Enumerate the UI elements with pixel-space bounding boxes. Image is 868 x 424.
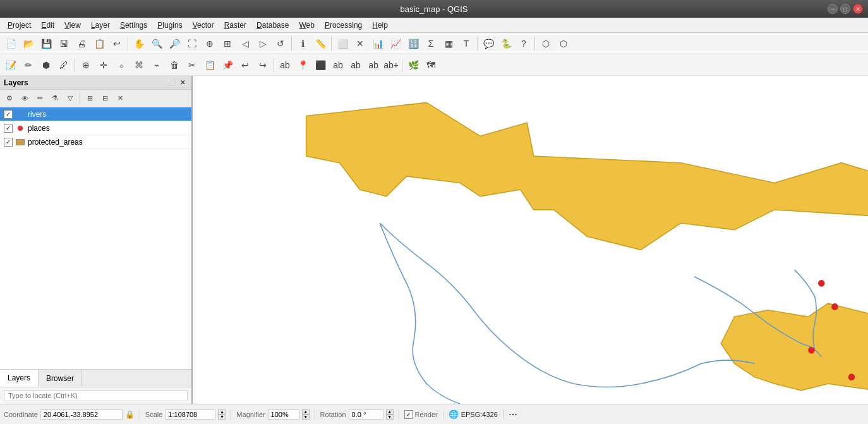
menu-web[interactable]: Web [294, 20, 319, 31]
coordinate-input[interactable] [40, 409, 123, 420]
zoom-selection-button[interactable]: ⊕ [202, 35, 218, 52]
digitize-button[interactable]: 🖊 [56, 57, 72, 73]
layer-item-protected-areas[interactable]: protected_areas [0, 135, 191, 149]
layers-panel-float-button[interactable]: ⬜ [166, 78, 176, 88]
toggle-edit-button[interactable]: ✏ [20, 57, 37, 73]
stats-button[interactable]: 📈 [387, 35, 404, 52]
cut-features-button[interactable]: ✂ [184, 57, 200, 73]
node-tool-button[interactable]: ⬦ [113, 57, 130, 73]
select-button[interactable]: ⬜ [334, 35, 351, 52]
georef-button[interactable]: 🗺 [423, 57, 439, 73]
plugin2-button[interactable]: ⬡ [555, 35, 572, 52]
save-as-button[interactable]: 🖫 [56, 35, 72, 52]
reshape-button[interactable]: ⌘ [131, 57, 147, 73]
zoom-out-button[interactable]: 🔎 [166, 35, 183, 52]
delete-selected-button[interactable]: 🗑 [166, 57, 183, 73]
edit-layer-button[interactable]: ⬢ [38, 57, 54, 73]
magnifier-down-button[interactable]: ▼ [302, 415, 310, 420]
current-edits-button[interactable]: 📝 [3, 57, 19, 73]
scale-up-button[interactable]: ▲ [218, 409, 226, 415]
close-button[interactable]: ✕ [853, 4, 863, 14]
tab-layers[interactable]: Layers [0, 370, 39, 387]
menu-processing[interactable]: Processing [320, 20, 367, 31]
plugin1-button[interactable]: ⬡ [538, 35, 554, 52]
scale-down-button[interactable]: ▼ [218, 415, 226, 420]
pin-labels-button[interactable]: 📍 [294, 57, 311, 73]
label-button[interactable]: T [458, 35, 474, 52]
maximize-button[interactable]: □ [840, 4, 850, 14]
menu-project[interactable]: Project [3, 20, 36, 31]
open-layer-properties-button[interactable]: ⚙ [3, 92, 16, 106]
menu-plugins[interactable]: Plugins [152, 20, 187, 31]
expand-all-button[interactable]: ⊞ [83, 92, 97, 106]
rotation-up-button[interactable]: ▲ [386, 409, 394, 415]
menu-database[interactable]: Database [251, 20, 294, 31]
map-canvas[interactable] [193, 76, 868, 404]
zoom-prev-button[interactable]: ◁ [237, 35, 253, 52]
deselect-button[interactable]: ✕ [352, 35, 368, 52]
menu-layer[interactable]: Layer [86, 20, 115, 31]
minimize-button[interactable]: ─ [828, 4, 838, 14]
paste-features-button[interactable]: 📌 [219, 57, 236, 73]
tab-browser[interactable]: Browser [39, 370, 82, 387]
layer-check-places[interactable] [4, 124, 13, 133]
zoom-in-button[interactable]: 🔍 [148, 35, 165, 52]
scale-input[interactable] [165, 409, 215, 420]
open-project-button[interactable]: 📂 [20, 35, 37, 52]
grass-button[interactable]: 🌿 [405, 57, 421, 73]
label-add-button[interactable]: ab+ [383, 57, 399, 73]
export-button[interactable]: 📋 [91, 35, 107, 52]
help-toolbar-button[interactable]: ? [515, 35, 532, 52]
magnifier-input[interactable] [268, 409, 299, 420]
pan-button[interactable]: ✋ [131, 35, 147, 52]
refresh-button[interactable]: ↺ [272, 35, 289, 52]
menu-vector[interactable]: Vector [188, 20, 219, 31]
chart-button[interactable]: ▦ [440, 35, 457, 52]
new-project-button[interactable]: 📄 [3, 35, 19, 52]
measure-button[interactable]: 📏 [312, 35, 329, 52]
menu-help[interactable]: Help [367, 20, 393, 31]
add-layer-button[interactable]: 👁 [18, 92, 32, 106]
remove-layer-button[interactable]: ✕ [113, 92, 127, 106]
layer-check-protected-areas[interactable] [4, 138, 13, 147]
attribute-table-button[interactable]: 📊 [370, 35, 386, 52]
zoom-layer-button[interactable]: ⊞ [219, 35, 236, 52]
more-icon[interactable]: ⋯ [509, 409, 517, 420]
rotation-down-button[interactable]: ▼ [386, 415, 394, 420]
python-button[interactable]: 🐍 [498, 35, 514, 52]
redo-edit-button[interactable]: ↪ [255, 57, 271, 73]
label-tool-button[interactable]: ab [277, 57, 293, 73]
filter-by-expression-button[interactable]: ▽ [63, 92, 77, 106]
undo-edit-button[interactable]: ↩ [237, 57, 253, 73]
filter-layer-button[interactable]: ⚗ [48, 92, 62, 106]
show-diagram-button[interactable]: ⬛ [312, 57, 329, 73]
layers-panel-close-button[interactable]: ✕ [178, 78, 188, 88]
copy-features-button[interactable]: 📋 [202, 57, 218, 73]
render-checkbox[interactable]: ✓ [404, 410, 413, 419]
save-project-button[interactable]: 💾 [38, 35, 54, 52]
menu-view[interactable]: View [59, 20, 86, 31]
menu-settings[interactable]: Settings [115, 20, 152, 31]
field-calc-button[interactable]: Σ [423, 35, 439, 52]
menu-edit[interactable]: Edit [36, 20, 59, 31]
zoom-next-button[interactable]: ▷ [255, 35, 271, 52]
locate-input[interactable] [4, 390, 188, 401]
label-settings-button[interactable]: ab [330, 57, 346, 73]
layer-item-rivers[interactable]: rivers [0, 107, 191, 121]
identify-button[interactable]: ℹ [294, 35, 311, 52]
label-layer-button[interactable]: ab [365, 57, 382, 73]
collapse-all-button[interactable]: ⊟ [98, 92, 112, 106]
zoom-full-button[interactable]: ⛶ [184, 35, 200, 52]
split-button[interactable]: ⌁ [148, 57, 165, 73]
calculator-button[interactable]: 🔢 [405, 35, 421, 52]
layer-check-rivers[interactable] [4, 110, 13, 119]
move-feature-button[interactable]: ✛ [95, 57, 112, 73]
rotation-input[interactable] [349, 409, 383, 420]
label-props-button[interactable]: ab [347, 57, 364, 73]
magnifier-up-button[interactable]: ▲ [302, 409, 310, 415]
print-button[interactable]: 🖨 [73, 35, 90, 52]
layer-item-places[interactable]: places [0, 121, 191, 135]
menu-raster[interactable]: Raster [219, 20, 251, 31]
annotation-button[interactable]: 💬 [480, 35, 497, 52]
undo-button[interactable]: ↩ [109, 35, 125, 52]
